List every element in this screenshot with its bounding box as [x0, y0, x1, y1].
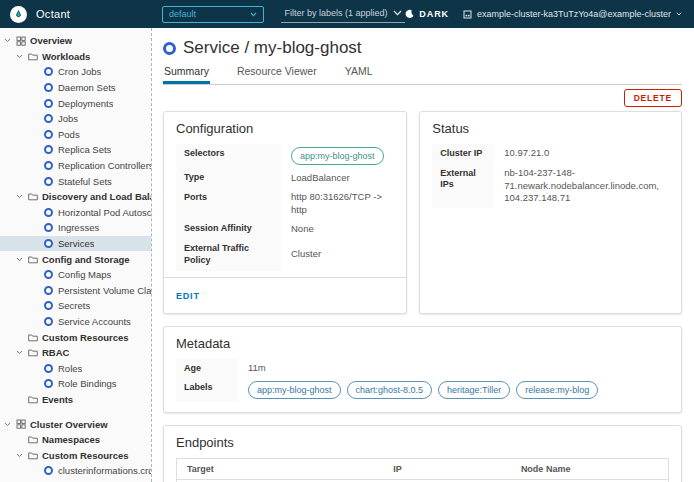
sidebar-item-label: Cluster Overview: [30, 419, 108, 430]
header-right: DARK example-cluster-ka3TuTzYo4a@example…: [405, 9, 682, 19]
resource-icon: [43, 176, 54, 187]
chevron-down-icon[interactable]: [16, 257, 27, 262]
sidebar-item[interactable]: Daemon Sets: [0, 80, 151, 96]
page-title: Service / my-blog-ghost: [183, 38, 362, 58]
tab-bar: Summary Resource Viewer YAML: [163, 65, 682, 85]
resource-icon: [43, 160, 54, 171]
sidebar-item-label: Discovery and Load Balancing: [42, 191, 151, 202]
sidebar-item-label: Config and Storage: [42, 254, 130, 265]
sidebar-item-label: Workloads: [42, 51, 90, 62]
sidebar-item[interactable]: Custom Resources: [0, 447, 151, 463]
context-label: example-cluster-ka3TuTzYo4a@example-clus…: [477, 9, 671, 19]
sidebar-item[interactable]: Service Accounts: [0, 314, 151, 330]
metadata-age-row: Age 11m: [176, 359, 669, 379]
label-filter-input[interactable]: Filter by labels (1 applied): [281, 6, 405, 23]
sidebar-item[interactable]: Overview: [0, 33, 151, 49]
status-table: Cluster IP 10.97.21.0 External IPs nb-10…: [432, 144, 669, 208]
sidebar-item[interactable]: Workloads: [0, 49, 151, 65]
sidebar-item[interactable]: Config and Storage: [0, 251, 151, 267]
page-title-row: Service / my-blog-ghost: [163, 38, 682, 58]
config-value: None: [281, 219, 324, 239]
sidebar-item[interactable]: Horizontal Pod Autoscalers: [0, 205, 151, 221]
dark-toggle-label: DARK: [419, 9, 449, 19]
status-key: Cluster IP: [432, 144, 494, 164]
resource-icon: [43, 465, 54, 476]
dark-theme-toggle[interactable]: DARK: [405, 9, 449, 19]
sidebar-item[interactable]: Deployments: [0, 95, 151, 111]
config-row: External Traffic Policy Cluster: [176, 239, 394, 270]
sidebar-item-label: Daemon Sets: [58, 82, 116, 93]
sidebar-item-label: Events: [42, 394, 73, 405]
sidebar-item[interactable]: RBAC: [0, 345, 151, 361]
sidebar-item[interactable]: csidrivers.csi.storage.k8s.io: [0, 479, 151, 482]
sidebar-item[interactable]: Namespaces: [0, 432, 151, 448]
config-row: Ports http 80:31626/TCP -> http: [176, 188, 394, 220]
sidebar-item[interactable]: Pods: [0, 127, 151, 143]
sidebar-item[interactable]: Jobs: [0, 111, 151, 127]
tab[interactable]: Summary: [163, 65, 210, 84]
config-value: Cluster: [281, 239, 331, 270]
folder-icon: [27, 450, 38, 461]
config-value: http 80:31626/TCP -> http: [281, 188, 394, 220]
resource-icon: [43, 82, 54, 93]
sidebar-item[interactable]: Config Maps: [0, 267, 151, 283]
folder-icon: [27, 434, 38, 445]
sidebar-item-label: Custom Resources: [42, 450, 129, 461]
app-logo: Octant: [10, 6, 162, 23]
config-key: Selectors: [176, 144, 281, 168]
sidebar-item-label: Ingresses: [58, 222, 99, 233]
sidebar-item[interactable]: Discovery and Load Balancing: [0, 189, 151, 205]
sidebar-item[interactable]: Events: [0, 392, 151, 408]
sidebar-item-label: Deployments: [58, 98, 113, 109]
label-pill: app:my-blog-ghost: [248, 381, 341, 399]
sidebar-item[interactable]: Stateful Sets: [0, 173, 151, 189]
chevron-down-icon[interactable]: [4, 422, 15, 427]
configuration-table: Selectors app:my-blog-ghost Type LoadB: [176, 144, 394, 271]
tab-label: Resource Viewer: [237, 65, 317, 77]
chevron-down-icon[interactable]: [16, 194, 27, 199]
configuration-card: Configuration Selectors app:my-blog-ghos…: [163, 111, 407, 314]
sidebar-item-label: Persistent Volume Claims: [58, 285, 151, 296]
service-icon: [163, 42, 176, 55]
sidebar-item-label: Overview: [30, 35, 72, 46]
sidebar-item[interactable]: Services: [0, 236, 151, 252]
resource-icon: [43, 113, 54, 124]
sidebar-nav: Overview Workloads: [0, 28, 152, 482]
config-value-text: LoadBalancer: [291, 172, 350, 185]
sidebar-item[interactable]: Custom Resources: [0, 329, 151, 345]
card-footer: EDIT: [164, 277, 406, 303]
sidebar-item-label: RBAC: [42, 347, 69, 358]
config-value: app:my-blog-ghost: [281, 144, 394, 168]
chevron-down-icon: [393, 10, 402, 16]
chevron-down-icon[interactable]: [16, 453, 27, 458]
resource-icon: [43, 222, 54, 233]
namespace-dropdown[interactable]: default: [162, 6, 264, 23]
sidebar-item[interactable]: Persistent Volume Claims: [0, 283, 151, 299]
label-pill: release:my-blog: [516, 381, 598, 399]
metadata-card: Metadata Age 11m Labels app:my-blog-ghos…: [163, 326, 682, 414]
chevron-down-icon[interactable]: [4, 38, 15, 43]
tab[interactable]: Resource Viewer: [236, 65, 318, 84]
edit-link[interactable]: EDIT: [176, 291, 200, 301]
chevron-down-icon[interactable]: [16, 350, 27, 355]
tab[interactable]: YAML: [344, 65, 374, 84]
sidebar-item-label: Pods: [58, 129, 80, 140]
sidebar-item[interactable]: Cron Jobs: [0, 64, 151, 80]
metadata-key: Labels: [176, 378, 238, 402]
sidebar-item[interactable]: clusterinformations.crd.projec: [0, 463, 151, 479]
sidebar-item[interactable]: Ingresses: [0, 220, 151, 236]
sidebar-item[interactable]: Secrets: [0, 298, 151, 314]
folder-icon: [27, 332, 38, 343]
folder-icon: [27, 254, 38, 265]
context-selector[interactable]: example-cluster-ka3TuTzYo4a@example-clus…: [463, 9, 682, 19]
sidebar-item[interactable]: Replica Sets: [0, 142, 151, 158]
delete-button[interactable]: DELETE: [624, 89, 682, 107]
sidebar-item[interactable]: Cluster Overview: [0, 416, 151, 432]
folder-icon: [27, 51, 38, 62]
sidebar-item[interactable]: Replication Controllers: [0, 158, 151, 174]
resource-icon: [43, 129, 54, 140]
config-row: Session Affinity None: [176, 219, 394, 239]
sidebar-item[interactable]: Role Bindings: [0, 376, 151, 392]
sidebar-item[interactable]: Roles: [0, 360, 151, 376]
chevron-down-icon[interactable]: [16, 54, 27, 59]
